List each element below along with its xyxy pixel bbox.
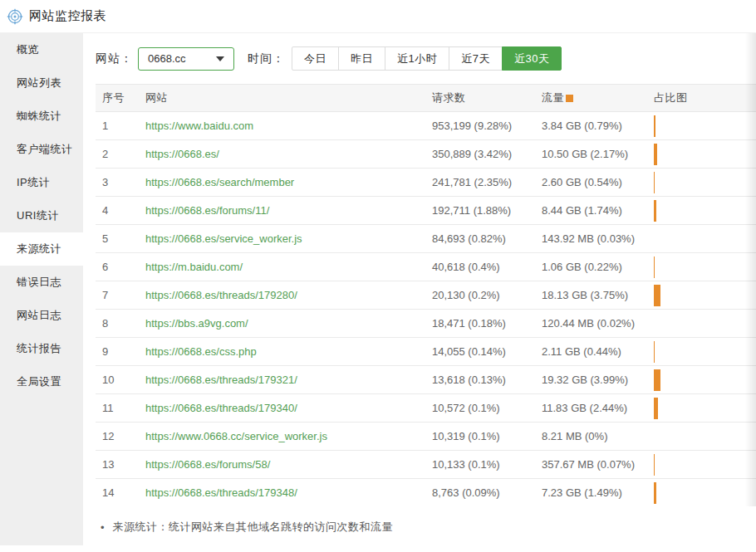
traffic-cell: 19.32 GB (3.99%) <box>535 366 647 394</box>
proportion-bar <box>654 285 660 306</box>
website-link[interactable]: https://0668.es/service_worker.js <box>145 232 302 245</box>
requests-cell: 10,572 (0.1%) <box>425 394 535 423</box>
proportion-cell <box>647 366 756 394</box>
website-cell: https://0668.es/threads/179340/ <box>139 394 425 423</box>
website-cell: https://0668.es/forums/11/ <box>139 197 425 225</box>
time-range-button[interactable]: 今日 <box>292 46 339 71</box>
website-link[interactable]: https://0668.es/threads/179340/ <box>145 402 297 414</box>
proportion-cell <box>647 479 756 506</box>
proportion-bar <box>654 200 656 222</box>
website-link[interactable]: https://0668.es/threads/179321/ <box>145 374 297 386</box>
row-index: 2 <box>96 140 139 169</box>
proportion-bar <box>654 482 656 504</box>
proportion-bar <box>654 115 655 137</box>
filter-bar: 网站： 0668.cc 时间： 今日昨日近1小时近7天近30天 <box>96 46 756 71</box>
sidebar-item[interactable]: 统计报告 <box>0 332 83 365</box>
proportion-bar <box>654 454 655 476</box>
proportion-cell <box>647 281 756 310</box>
row-index: 4 <box>96 197 139 225</box>
traffic-cell: 8.44 GB (1.74%) <box>535 197 647 225</box>
website-cell: https://www.0668.cc/service_worker.js <box>139 423 425 451</box>
app-header: 网站监控报表 <box>0 0 756 33</box>
row-index: 5 <box>96 225 139 253</box>
website-link[interactable]: https://0668.es/forums/11/ <box>145 204 269 217</box>
traffic-cell: 3.84 GB (0.79%) <box>535 112 647 140</box>
sidebar-item[interactable]: 概览 <box>0 33 83 66</box>
col-header-requests: 请求数 <box>425 85 535 112</box>
proportion-bar <box>654 369 660 391</box>
row-index: 7 <box>96 281 139 310</box>
proportion-cell <box>647 451 756 479</box>
requests-cell: 192,711 (1.88%) <box>425 197 535 225</box>
sidebar-item[interactable]: URI统计 <box>0 199 83 232</box>
sidebar-item[interactable]: 来源统计 <box>0 232 83 266</box>
traffic-cell: 357.67 MB (0.07%) <box>535 451 647 479</box>
requests-cell: 40,618 (0.4%) <box>425 253 535 281</box>
traffic-cell: 11.83 GB (2.44%) <box>535 394 647 423</box>
website-cell: https://0668.es/threads/179348/ <box>139 479 425 506</box>
website-link[interactable]: https://0668.es/threads/179348/ <box>145 486 297 499</box>
proportion-bar <box>654 172 655 193</box>
proportion-bar <box>654 256 655 278</box>
table-row: 13https://0668.es/forums/58/10,133 (0.1%… <box>96 451 756 479</box>
website-link[interactable]: https://0668.es/forums/58/ <box>145 458 270 471</box>
proportion-cell <box>647 225 756 253</box>
website-link[interactable]: https://0668.es/ <box>145 148 219 160</box>
requests-cell: 241,781 (2.35%) <box>425 169 535 197</box>
traffic-cell: 120.44 MB (0.02%) <box>535 310 647 338</box>
website-cell: https://0668.es/service_worker.js <box>139 225 425 253</box>
sidebar-item[interactable]: 蜘蛛统计 <box>0 100 83 133</box>
row-index: 11 <box>96 394 139 423</box>
row-index: 1 <box>96 112 139 140</box>
col-header-index: 序号 <box>96 85 139 112</box>
proportion-cell <box>647 140 756 169</box>
traffic-cell: 2.11 GB (0.44%) <box>535 338 647 366</box>
col-header-proportion: 占比图 <box>647 85 756 112</box>
time-range-button[interactable]: 近30天 <box>502 46 562 71</box>
sidebar-item[interactable]: 错误日志 <box>0 266 83 299</box>
table-row: 11https://0668.es/threads/179340/10,572 … <box>96 394 756 423</box>
sidebar-item[interactable]: 网站日志 <box>0 299 83 332</box>
proportion-cell <box>647 394 756 423</box>
table-row: 8https://bbs.a9vg.com/18,471 (0.18%)120.… <box>96 310 756 338</box>
traffic-cell: 2.60 GB (0.54%) <box>535 169 647 197</box>
proportion-bar <box>654 341 655 363</box>
requests-cell: 8,763 (0.09%) <box>425 479 535 506</box>
sidebar-item[interactable]: 客户端统计 <box>0 133 83 166</box>
table-row: 1https://www.baidu.com953,199 (9.28%)3.8… <box>96 112 756 140</box>
proportion-cell <box>647 197 756 225</box>
row-index: 9 <box>96 338 139 366</box>
website-link[interactable]: https://0668.es/css.php <box>145 345 257 358</box>
website-link[interactable]: https://0668.es/search/member <box>145 176 294 188</box>
website-link[interactable]: https://bbs.a9vg.com/ <box>145 317 248 330</box>
bullet-icon: • <box>101 521 105 534</box>
sidebar-item[interactable]: 全局设置 <box>0 365 83 398</box>
requests-cell: 10,319 (0.1%) <box>425 423 535 451</box>
time-range-button[interactable]: 近1小时 <box>385 46 449 71</box>
row-index: 3 <box>96 169 139 197</box>
row-index: 6 <box>96 253 139 281</box>
proportion-bar <box>654 144 657 165</box>
sidebar-item[interactable]: IP统计 <box>0 166 83 199</box>
website-link[interactable]: https://m.baidu.com/ <box>145 261 243 273</box>
site-select[interactable]: 0668.cc <box>138 47 234 71</box>
traffic-legend-swatch-icon <box>566 95 573 102</box>
col-header-website: 网站 <box>139 85 425 112</box>
sidebar-item[interactable]: 网站列表 <box>0 66 83 100</box>
traffic-cell: 143.92 MB (0.03%) <box>535 225 647 253</box>
proportion-cell <box>647 112 756 140</box>
table-row: 10https://0668.es/threads/179321/13,618 … <box>96 366 756 394</box>
proportion-cell <box>647 169 756 197</box>
website-link[interactable]: https://www.baidu.com <box>145 120 253 132</box>
traffic-cell: 18.13 GB (3.75%) <box>535 281 647 310</box>
app-title: 网站监控报表 <box>29 8 106 24</box>
target-crosshair-icon <box>7 8 23 25</box>
site-filter-label: 网站： <box>96 51 133 66</box>
table-row: 4https://0668.es/forums/11/192,711 (1.88… <box>96 197 756 225</box>
traffic-cell: 1.06 GB (0.22%) <box>535 253 647 281</box>
website-link[interactable]: https://www.0668.cc/service_worker.js <box>145 430 327 442</box>
chevron-down-icon <box>216 56 224 61</box>
time-range-button[interactable]: 昨日 <box>338 46 385 71</box>
time-range-button[interactable]: 近7天 <box>449 46 503 71</box>
website-link[interactable]: https://0668.es/threads/179280/ <box>145 289 297 301</box>
